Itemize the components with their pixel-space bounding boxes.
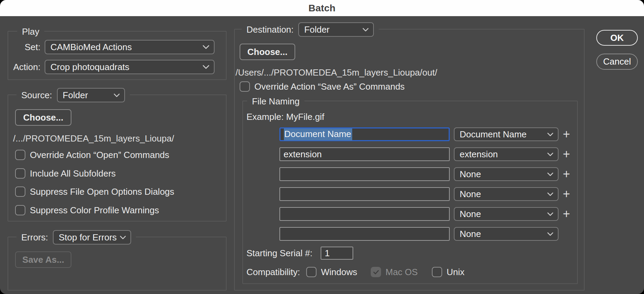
starting-serial-label: Starting Serial #: (246, 248, 312, 258)
file-naming-field-6[interactable] (279, 227, 450, 241)
file-naming-example: Example: MyFile.gif (246, 112, 324, 122)
destination-select[interactable]: Folder (298, 22, 374, 37)
override-save-as-label: Override Action “Save As” Commands (254, 81, 405, 92)
compatibility-macos-label: Mac OS (386, 267, 418, 278)
compatibility-label: Compatibility: (246, 267, 300, 277)
chevron-down-icon (120, 236, 126, 239)
suppress-file-open-checkbox[interactable] (15, 186, 25, 197)
include-subfolders-label: Include All Subfolders (30, 168, 116, 179)
file-naming-select-4-value: None (460, 189, 481, 200)
add-naming-token-button[interactable]: + (560, 207, 573, 221)
file-naming-field-5[interactable] (279, 207, 450, 221)
file-naming-select-4[interactable]: None (454, 187, 559, 201)
add-naming-token-button[interactable]: + (560, 147, 573, 161)
file-naming-select-2-value: extension (460, 149, 498, 160)
cancel-button-label: Cancel (603, 56, 631, 67)
destination-choose-label: Choose... (247, 47, 287, 57)
chevron-down-icon (547, 192, 553, 196)
file-naming-select-5[interactable]: None (454, 207, 559, 221)
play-group-label: Play (22, 26, 39, 37)
compatibility-unix-label: Unix (447, 267, 464, 278)
save-as-button[interactable]: Save As... (15, 251, 71, 268)
errors-select[interactable]: Stop for Errors (53, 230, 131, 245)
file-naming-select-3-value: None (460, 169, 481, 180)
suppress-file-open-label: Suppress File Open Options Dialogs (30, 186, 174, 197)
action-select-value: Crop photoquadrats (50, 62, 129, 72)
chevron-down-icon (547, 152, 553, 156)
compatibility-macos-checkbox (371, 267, 381, 277)
file-naming-field-4[interactable] (279, 187, 450, 201)
source-choose-label: Choose... (23, 112, 63, 123)
file-naming-select-2[interactable]: extension (454, 147, 559, 161)
chevron-down-icon (547, 212, 553, 216)
action-label: Action: (7, 62, 41, 72)
destination-select-value: Folder (304, 24, 330, 35)
ok-button-label: OK (610, 33, 624, 43)
starting-serial-value: 1 (325, 248, 330, 259)
file-naming-select-3[interactable]: None (454, 167, 559, 181)
source-select[interactable]: Folder (57, 88, 125, 102)
set-select-value: CAMBioMed Actions (50, 42, 132, 53)
cancel-button[interactable]: Cancel (596, 54, 638, 70)
compatibility-unix-checkbox[interactable] (432, 267, 442, 277)
chevron-down-icon (363, 28, 369, 32)
destination-label: Destination: (246, 24, 294, 35)
save-as-label: Save As... (22, 255, 64, 265)
chevron-down-icon (547, 232, 553, 236)
file-naming-field-2-value: extension (284, 149, 322, 160)
add-naming-token-button[interactable]: + (560, 167, 573, 181)
add-naming-token-button[interactable]: + (560, 187, 573, 201)
file-naming-field-3[interactable] (279, 167, 450, 181)
check-icon (373, 270, 379, 274)
add-naming-token-button[interactable]: + (560, 127, 573, 141)
source-label: Source: (21, 90, 52, 100)
override-save-as-checkbox[interactable] (240, 81, 250, 92)
file-naming-select-5-value: None (460, 209, 481, 219)
action-select[interactable]: Crop photoquadrats (45, 60, 215, 74)
errors-select-value: Stop for Errors (59, 232, 116, 243)
destination-choose-button[interactable]: Choose... (240, 44, 295, 60)
suppress-color-profile-checkbox[interactable] (15, 205, 25, 215)
file-naming-select-1[interactable]: Document Name (454, 127, 559, 141)
set-select[interactable]: CAMBioMed Actions (45, 40, 215, 54)
suppress-color-profile-label: Suppress Color Profile Warnings (30, 205, 159, 216)
file-naming-field-1-value: Document Name (284, 128, 352, 140)
destination-path: /Users/.../PROTOMEDEA_15m_layers_Lioupa/… (235, 67, 437, 78)
compatibility-windows-label: Windows (321, 267, 357, 278)
dialog-title: Batch (309, 3, 336, 14)
chevron-down-icon (203, 45, 209, 49)
file-naming-field-2[interactable]: extension (279, 147, 450, 161)
source-choose-button[interactable]: Choose... (15, 109, 71, 126)
set-label: Set: (7, 42, 41, 52)
file-naming-field-1[interactable]: Document Name (279, 127, 450, 141)
ok-button[interactable]: OK (596, 30, 638, 46)
compatibility-windows-checkbox[interactable] (306, 267, 317, 277)
file-naming-group-label: File Naming (252, 96, 300, 106)
chevron-down-icon (547, 172, 553, 176)
file-naming-select-1-value: Document Name (460, 129, 527, 140)
chevron-down-icon (547, 133, 553, 136)
override-open-label: Override Action “Open” Commands (30, 150, 169, 160)
file-naming-select-6[interactable]: None (454, 227, 559, 241)
file-naming-select-6-value: None (460, 229, 481, 239)
source-path: /.../PROTOMEDEA_15m_layers_Lioupa/ (13, 133, 174, 144)
source-select-value: Folder (63, 90, 88, 101)
chevron-down-icon (203, 65, 209, 69)
override-open-checkbox[interactable] (15, 150, 25, 160)
title-bar: Batch (0, 0, 644, 16)
include-subfolders-checkbox[interactable] (15, 168, 25, 179)
batch-dialog: Batch Play Set: CAMBioMed Actions Action… (0, 0, 644, 294)
chevron-down-icon (114, 93, 120, 97)
errors-label: Errors: (21, 232, 48, 242)
starting-serial-input[interactable]: 1 (321, 247, 353, 260)
